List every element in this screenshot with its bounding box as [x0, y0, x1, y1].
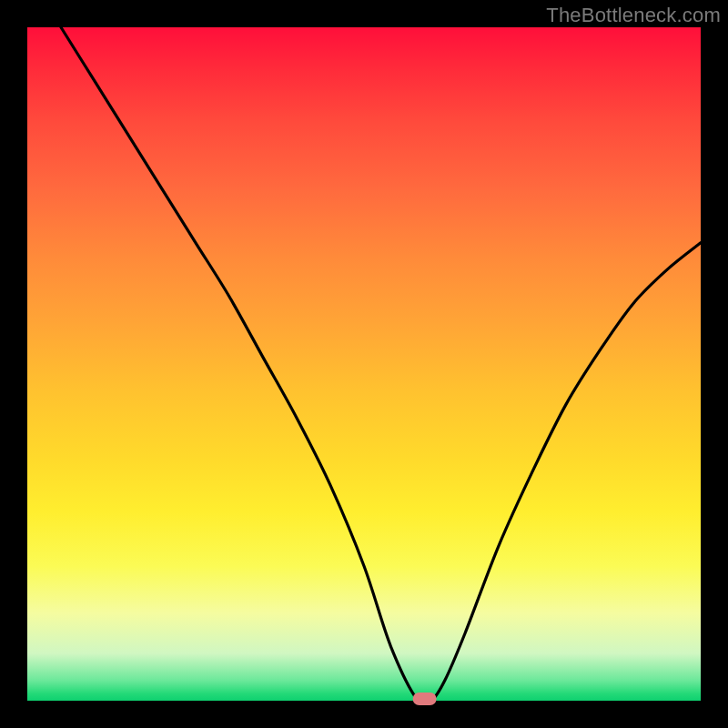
bottleneck-curve — [61, 27, 701, 705]
optimum-marker — [413, 693, 437, 705]
chart-frame: TheBottleneck.com — [0, 0, 728, 728]
curve-svg — [27, 27, 701, 701]
watermark-text: TheBottleneck.com — [546, 4, 721, 27]
plot-area — [27, 27, 701, 701]
